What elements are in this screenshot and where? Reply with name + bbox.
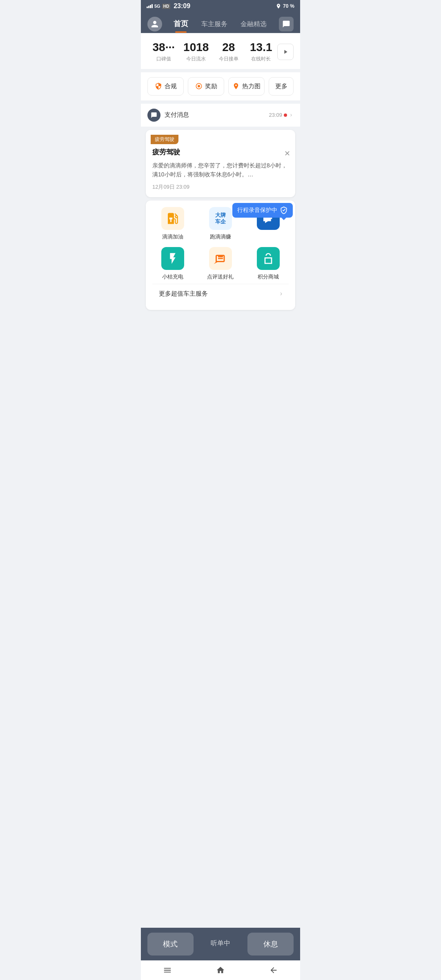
- heatmap-button[interactable]: 热力图: [228, 77, 265, 96]
- fuel-label: 滴滴加油: [162, 233, 183, 241]
- status-left: 5G HD 23:09: [147, 2, 190, 10]
- shop-label: 积分商城: [258, 273, 279, 281]
- reward-button[interactable]: 奖励: [188, 77, 224, 96]
- battery-icon: %: [290, 3, 294, 9]
- stat-reputation-label: 口碑值: [147, 56, 180, 62]
- fatigue-card-wrapper: 疲劳驾驶 ✕ 疲劳驾驶 亲爱的滴滴师傅，您辛苦了，您计费时长超过8小时，满10小…: [141, 130, 300, 197]
- more-actions-button[interactable]: 更多: [269, 77, 294, 96]
- reward-label: 奖励: [205, 82, 217, 90]
- svg-point-1: [198, 85, 200, 87]
- signal-icon: [147, 4, 153, 8]
- stats-grid: 38··· 口碑值 1018 今日流水 28 今日接单 13.1 在线时长: [147, 41, 277, 62]
- location-icon: [276, 3, 281, 9]
- services-card: 滴滴加油 大牌 车企 跑滴滴赚 行程录: [146, 200, 295, 310]
- recording-tooltip: 行程录音保护中: [232, 203, 293, 218]
- stat-online-value: 13.1: [245, 41, 278, 54]
- nav-tabs: 首页 车主服务 金融精选: [167, 16, 279, 33]
- charge-label: 小桔充电: [162, 273, 183, 281]
- recording-text: 行程录音保护中: [237, 207, 277, 214]
- message-banner[interactable]: 支付消息 23:09: [141, 104, 300, 127]
- compliance-label: 合规: [165, 82, 177, 90]
- tab-finance[interactable]: 金融精选: [234, 17, 273, 33]
- time: 23:09: [174, 2, 190, 10]
- message-icon: [147, 109, 160, 122]
- compliance-button[interactable]: 合规: [147, 77, 184, 96]
- service-review[interactable]: 点评送好礼: [200, 247, 241, 281]
- fatigue-tag: 疲劳驾驶: [151, 135, 178, 144]
- tab-home[interactable]: 首页: [167, 16, 195, 33]
- more-label: 更多: [275, 82, 287, 90]
- review-icon: [209, 247, 232, 270]
- more-services-label: 更多超值车主服务: [159, 290, 208, 298]
- dapai-label: 跑滴滴赚: [210, 233, 231, 241]
- fatigue-content: ✕ 疲劳驾驶 亲爱的滴滴师傅，您辛苦了，您计费时长超过8小时，满10小时后，将强…: [146, 144, 295, 197]
- signal-label: 5G: [154, 4, 160, 9]
- service-fuel[interactable]: 滴滴加油: [152, 207, 194, 241]
- stat-flow: 1018 今日流水: [180, 41, 213, 62]
- message-time: 23:09: [269, 112, 282, 118]
- charge-icon: [161, 247, 184, 270]
- status-right: 70 %: [276, 3, 294, 9]
- fuel-icon: [161, 207, 184, 230]
- stats-section: 38··· 口碑值 1018 今日流水 28 今日接单 13.1 在线时长: [141, 33, 300, 69]
- more-services-chevron: ›: [280, 290, 282, 297]
- fatigue-title: 疲劳驾驶: [152, 147, 289, 157]
- tab-owner[interactable]: 车主服务: [195, 17, 234, 33]
- user-avatar[interactable]: [147, 17, 162, 31]
- fatigue-text: 亲爱的滴滴师傅，您辛苦了，您计费时长超过8小时，满10小时后，将强制收车休息6小…: [152, 161, 289, 179]
- stat-orders-label: 今日接单: [212, 56, 245, 62]
- message-meta: 23:09: [269, 112, 294, 118]
- quick-actions: 合规 奖励 热力图 更多: [141, 72, 300, 100]
- stat-reputation-value: 38···: [147, 41, 180, 54]
- stat-online-label: 在线时长: [245, 56, 278, 62]
- fatigue-close-button[interactable]: ✕: [284, 149, 290, 158]
- stat-reputation: 38··· 口碑值: [147, 41, 180, 62]
- status-bar: 5G HD 23:09 70 %: [141, 0, 300, 12]
- dapai-icon: 大牌 车企: [209, 207, 232, 230]
- services-grid: 滴滴加油 大牌 车企 跑滴滴赚 行程录: [152, 207, 289, 281]
- unread-dot: [284, 114, 287, 117]
- more-services-link[interactable]: 更多超值车主服务 ›: [152, 284, 289, 303]
- stats-expand-button[interactable]: [277, 44, 294, 60]
- fatigue-card: 疲劳驾驶 ✕ 疲劳驾驶 亲爱的滴滴师傅，您辛苦了，您计费时长超过8小时，满10小…: [146, 130, 295, 197]
- stat-orders: 28 今日接单: [212, 41, 245, 62]
- service-charge[interactable]: 小桔充电: [152, 247, 194, 281]
- message-title: 支付消息: [165, 111, 269, 119]
- shop-icon: [257, 247, 280, 270]
- review-label: 点评送好礼: [207, 273, 234, 281]
- message-button[interactable]: [279, 17, 294, 31]
- nav-header: 首页 车主服务 金融精选: [141, 12, 300, 33]
- stat-flow-label: 今日流水: [180, 56, 213, 62]
- battery-level: 70: [283, 3, 288, 9]
- stat-orders-value: 28: [212, 41, 245, 54]
- stat-online: 13.1 在线时长: [245, 41, 278, 62]
- stat-flow-value: 1018: [180, 41, 213, 54]
- service-shop[interactable]: 积分商城: [247, 247, 289, 281]
- service-nav[interactable]: 行程录音保护中: [247, 207, 289, 241]
- fatigue-date: 12月09日 23:09: [152, 183, 289, 191]
- hd-label: HD: [162, 4, 170, 9]
- heatmap-label: 热力图: [242, 82, 261, 90]
